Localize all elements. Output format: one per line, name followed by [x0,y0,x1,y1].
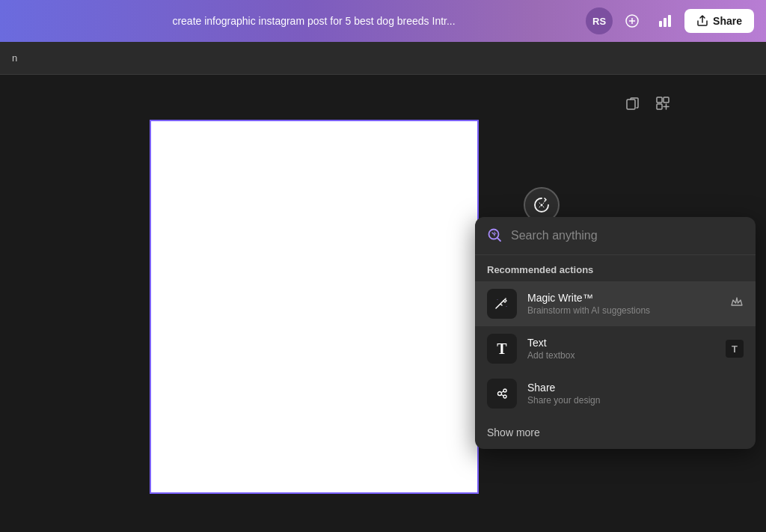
canvas-area: Recommended actions Magic Write™ Brainst… [0,75,766,532]
search-ai-icon [487,227,503,244]
canvas-toolbar [621,91,675,115]
share-action-title: Share [527,382,744,394]
magic-write-item[interactable]: Magic Write™ Brainstorm with AI suggesti… [475,281,756,326]
magic-write-subtitle: Brainstorm with AI suggestions [527,305,720,316]
avatar-button[interactable]: RS [586,7,613,34]
svg-point-14 [494,233,495,235]
share-action-subtitle: Share your design [527,395,744,406]
svg-rect-7 [657,97,662,103]
show-more-button[interactable]: Show more [475,416,756,449]
svg-rect-5 [668,15,671,27]
text-key-badge: T [726,340,744,358]
svg-rect-3 [659,21,662,27]
search-bar [475,217,756,255]
text-icon: T [487,334,517,364]
svg-rect-6 [627,100,635,109]
plus-icon [625,13,640,28]
share-button[interactable]: Share [684,9,754,33]
chart-icon [658,13,672,28]
share-action-icon [487,379,517,409]
svg-point-15 [498,392,502,396]
topbar: create infographic instagram post for 5 … [0,0,766,42]
add-page-button[interactable] [619,7,646,34]
topbar-right: RS Share [586,7,754,34]
svg-line-18 [502,391,504,393]
svg-point-17 [503,395,506,398]
crown-badge [730,296,744,312]
share-action-text: Share Share your design [527,382,744,406]
add-element-button[interactable] [651,91,675,115]
magic-write-text: Magic Write™ Brainstorm with AI suggesti… [527,292,720,316]
search-input[interactable] [511,229,744,242]
analytics-button[interactable] [652,7,678,34]
share-icon [696,15,708,27]
svg-rect-4 [664,18,667,27]
design-canvas[interactable] [150,120,479,494]
duplicate-button[interactable] [621,91,645,115]
subtoolbar-label: n [12,52,17,64]
magic-ai-icon [533,197,550,213]
text-action-text: Text Add textbox [527,337,715,361]
share-item[interactable]: Share Share your design [475,371,756,416]
text-action-title: Text [527,337,715,349]
svg-point-16 [503,389,506,392]
subtoolbar: n [0,42,766,75]
svg-rect-9 [657,104,662,109]
svg-point-12 [541,204,543,207]
add-icon [655,96,670,111]
magic-write-title: Magic Write™ [527,292,720,304]
text-item[interactable]: T Text Add textbox T [475,326,756,371]
recommended-section-header: Recommended actions [475,255,756,281]
svg-rect-8 [664,97,669,103]
svg-line-19 [502,395,504,397]
search-dropdown: Recommended actions Magic Write™ Brainst… [475,217,756,449]
document-title: create infographic instagram post for 5 … [90,15,539,27]
text-action-subtitle: Add textbox [527,350,715,361]
magic-write-icon [487,289,517,319]
duplicate-icon [625,96,640,111]
